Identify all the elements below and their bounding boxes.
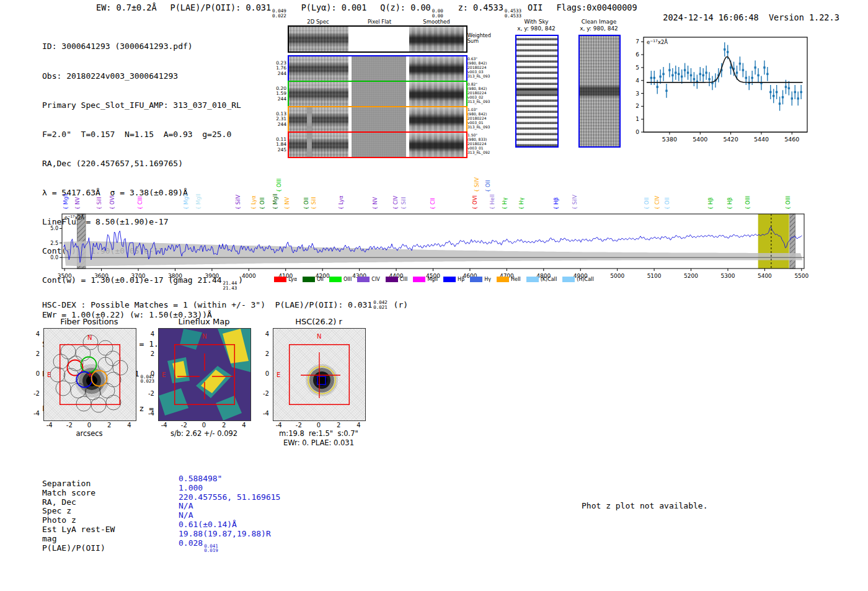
match-row-value: 19.88(19.87,19.88)R: [179, 530, 280, 539]
svg-text:1: 1: [636, 116, 639, 122]
east-label: E: [277, 371, 280, 378]
line-label-CIV: { CIV: [655, 196, 660, 210]
match-row-label: Spec z: [42, 507, 115, 516]
svg-text:5380: 5380: [662, 136, 677, 143]
panel-2-ytick: 4: [258, 331, 269, 337]
twod-row-right-label: WeightedSum: [467, 33, 500, 44]
with-sky-image: [515, 35, 559, 148]
hsc-dex-match-line: HSC-DEX : Possible Matches = 1 (within +…: [42, 300, 408, 310]
line-label-SiIV: { SiIV: [474, 177, 480, 192]
legend-label: HeII: [511, 277, 521, 282]
svg-text:3: 3: [636, 91, 639, 97]
legend-label: (K)CaII: [541, 277, 557, 282]
legend-item-OII: OII: [303, 277, 324, 282]
east-label: E: [162, 371, 166, 378]
match-row-label: RA, Dec: [42, 498, 115, 507]
line-label-OIII: { OIII: [786, 196, 791, 210]
panel-1-xtick: -2: [179, 422, 189, 429]
elixer-report-page: { "header": { "ew": "EW: 0.7±0.2Å", "pla…: [0, 0, 868, 591]
line-label-Hβ: { Hβ: [708, 197, 714, 210]
svg-text:5.0: 5.0: [50, 226, 58, 231]
svg-text:7: 7: [636, 38, 639, 45]
legend-item-MgII: MgII: [413, 277, 438, 282]
twod-row-left-label: 0.201.59244: [273, 86, 286, 102]
svg-text:0: 0: [636, 129, 639, 135]
legend-item-OIII: OIII: [329, 277, 352, 282]
panel-2-ytick: -4: [258, 410, 269, 417]
legend-item-Hγ: Hγ: [470, 277, 491, 282]
plya-value: P(Lyα): 0.001: [301, 2, 367, 19]
panel-2-xtick: -2: [294, 422, 304, 429]
line-label-Hβ: { Hβ: [554, 197, 559, 210]
panel-0-xtick: -2: [64, 422, 74, 429]
panel-2-ytick: 2: [258, 350, 269, 357]
line-label-Lyα: { Lyα: [251, 195, 257, 210]
twod-spectra-section: 2D Spec Pixel Flat Smoothed WeightedSum0…: [273, 19, 502, 161]
panel-1-ytick: 2: [143, 350, 154, 357]
line-label-HeII: { HeII: [490, 194, 495, 210]
panel-2-xtick: 0: [314, 422, 324, 429]
legend-swatch: [303, 277, 315, 282]
spectrum-line-labels: { MgII{ NV{ SiII{ OVI{ CIII{ MgII{ MgII{…: [50, 169, 818, 210]
twod-row-left-label: 0.111.84245: [273, 137, 286, 153]
twod-row-border: [288, 25, 467, 53]
legend-item-CIII: CIII: [386, 277, 408, 282]
legend-label: Hβ: [458, 277, 464, 282]
line-label-Lyα: { Lyα: [339, 195, 344, 210]
panel-1-xtick: 0: [199, 422, 209, 429]
legend-swatch: [274, 277, 286, 282]
legend-swatch: [386, 277, 398, 282]
panel-2-xtick: 2: [334, 422, 343, 429]
legend-item-CIV: CIV: [357, 277, 379, 282]
match-row-label: Match score: [42, 489, 115, 498]
match-row-value: N/A: [179, 511, 280, 520]
info-radec: RA,Dec (220.457657,51.169765): [42, 159, 243, 169]
legend-swatch: [329, 277, 342, 282]
legend-swatch: [470, 277, 482, 282]
hsc-caption-2: EWr: 0. PLAE: 0.031: [283, 438, 354, 447]
twod-row-3: 0.132.312441.03"(980, 842)20180224v003_0…: [273, 107, 502, 131]
line-label-MgII: { MgII: [63, 193, 69, 210]
twod-col-pixelflat: Pixel Flat: [368, 19, 391, 25]
legend-label: (H)CaII: [577, 277, 593, 282]
legend-item-HeII: HeII: [497, 277, 521, 282]
twod-row-4: 0.111.842451.50"(980, 833)20180224v003_0…: [273, 133, 502, 157]
source-blob: [306, 364, 338, 396]
plae-poii-value: P(LAE)/P(OII): 0.0310.0490.022: [170, 2, 288, 19]
panel-0-ytick: 2: [29, 350, 40, 357]
legend-label: MgII: [427, 277, 438, 282]
svg-text:e−17x2Å: e−17x2Å: [64, 214, 84, 221]
fiber-positions-panel: N E: [43, 328, 136, 421]
north-label: N: [317, 333, 321, 340]
match-row-value: 0.61(±0.14)Å: [179, 520, 280, 530]
panel-0-xtick: -4: [45, 422, 55, 429]
legend-label: CIV: [371, 277, 379, 282]
line-label-OIII: { OIII: [745, 196, 751, 210]
match-row-label: mag: [42, 535, 115, 544]
legend-item-Lyα: Lyα: [274, 277, 297, 282]
svg-text:5420: 5420: [724, 136, 738, 143]
lineflux-caption: s/b: 2.62 +/- 0.092: [170, 429, 237, 438]
panel-2-ytick: -2: [258, 390, 269, 397]
line-label-OVI: { OVI: [472, 195, 478, 210]
panel-1-ytick: 4: [143, 331, 154, 337]
svg-text:4: 4: [636, 78, 639, 84]
legend-swatch: [497, 277, 509, 282]
match-row-value: 0.588498": [179, 474, 280, 484]
line-label-OIII: { OIII: [277, 179, 282, 192]
panel-1-ytick: 0: [143, 370, 154, 377]
north-label: N: [202, 333, 206, 340]
svg-text:5460: 5460: [784, 136, 799, 143]
panel-1-xtick: 4: [239, 422, 249, 429]
z-value: z: 0.45330.45330.4533 OII: [458, 2, 543, 19]
line-label-SiII: { SiII: [311, 197, 317, 210]
panel-2-ytick: 0: [258, 370, 269, 377]
photz-note: Phot z plot not available.: [582, 501, 708, 510]
legend-swatch: [526, 277, 539, 282]
svg-text:5: 5: [636, 64, 639, 71]
match-row-value: 0.0280.0410.019: [179, 539, 280, 554]
match-table-values: 0.588498"1.000220.457556, 51.169615N/AN/…: [179, 474, 280, 553]
legend-label: Lyα: [288, 277, 297, 282]
fiber-positions-graphic: N E: [44, 329, 136, 420]
panel-2-xtick: -4: [274, 422, 284, 429]
